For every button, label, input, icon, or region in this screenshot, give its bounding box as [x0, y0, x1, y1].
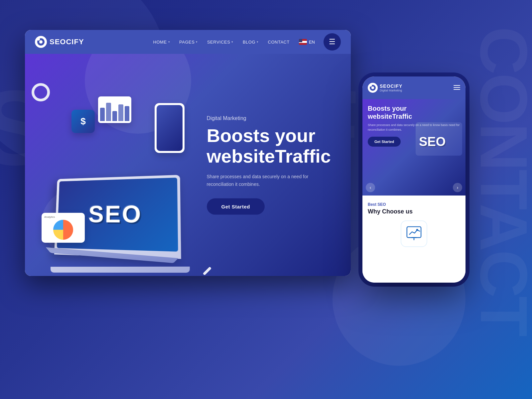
desktop-nav: SEOCIFY HOME ▾ PAGES ▾ SERVICES ▾ BLOG ▾…: [25, 30, 351, 54]
nav-link-contact[interactable]: CONTACT: [268, 40, 290, 45]
floating-phone: [155, 103, 185, 153]
nav-link-services[interactable]: SERVICES ▾: [207, 40, 233, 45]
mobile-menu-icon[interactable]: [454, 84, 460, 91]
floating-magnifier: [32, 83, 58, 110]
nav-link-pages[interactable]: PAGES ▾: [179, 40, 198, 45]
svg-rect-10: [454, 89, 460, 90]
desktop-mockup: SEOCIFY HOME ▾ PAGES ▾ SERVICES ▾ BLOG ▾…: [25, 30, 351, 276]
desktop-nav-links: HOME ▾ PAGES ▾ SERVICES ▾ BLOG ▾ CONTACT: [153, 38, 334, 46]
hamburger-lines-icon: [454, 85, 460, 90]
mobile-hero-title: Boosts your websiteTraffic: [368, 104, 460, 120]
svg-point-14: [416, 229, 418, 231]
mobile-hero-content: Boosts your websiteTraffic Share process…: [362, 99, 466, 152]
magnifier-handle: [203, 267, 212, 276]
svg-rect-11: [407, 227, 421, 238]
mobile-hero-cta-button[interactable]: Get Started: [368, 137, 401, 147]
bar-2: [106, 103, 111, 121]
hero-cta-button[interactable]: Get Started: [207, 198, 265, 214]
seo-illustration: SEO Analytics $: [32, 83, 211, 276]
laptop-base: [51, 267, 190, 273]
monitor-chart-icon: [406, 225, 422, 242]
svg-rect-9: [454, 87, 460, 88]
mobile-hero: Boosts your websiteTraffic Share process…: [362, 99, 466, 196]
hero-content: Digital Marketing Boosts your websiteTra…: [207, 115, 331, 215]
hamburger-icon: ☰: [329, 38, 335, 46]
mobile-logo-subtitle: Digital Marketing: [380, 89, 402, 92]
pages-chevron-icon: ▾: [196, 40, 198, 44]
mobile-logo-icon: [368, 83, 378, 93]
language-label: EN: [309, 40, 315, 45]
hero-description: Share processes and data securely on a n…: [207, 173, 313, 188]
floating-dollar: $: [71, 110, 95, 133]
pie-chart-icon: [53, 220, 73, 240]
desktop-hero: SEO Analytics $: [25, 54, 351, 276]
mobile-why-section: Best SEO Why Choose us: [362, 196, 466, 283]
desktop-logo[interactable]: SEOCIFY: [35, 36, 84, 48]
bar-1: [100, 108, 105, 121]
mobile-logo-name: SEOCIFY: [380, 83, 402, 89]
mobile-hero-description: Share processes and data securely on a n…: [368, 123, 460, 132]
phone-screen-mini: [157, 105, 183, 151]
hero-subtitle: Digital Marketing: [207, 115, 331, 121]
floating-bar-chart: [98, 96, 131, 123]
home-chevron-icon: ▾: [168, 40, 170, 44]
seo-3d-text: SEO: [88, 200, 142, 228]
mobile-mockup: SEOCIFY Digital Marketing Boosts your we…: [362, 76, 466, 283]
bar-3: [112, 111, 117, 121]
logo-text: SEOCIFY: [50, 38, 84, 46]
svg-point-7: [370, 84, 372, 87]
hero-title: Boosts your websiteTraffic: [207, 125, 331, 166]
logo-icon: [35, 36, 47, 48]
next-arrow-button[interactable]: ›: [453, 183, 462, 192]
bar-4: [118, 104, 123, 121]
hamburger-menu-button[interactable]: ☰: [324, 33, 341, 51]
svg-point-2: [39, 40, 43, 44]
mobile-hero-arrows: ‹ ›: [362, 183, 466, 192]
mobile-section-title: Why Choose us: [368, 208, 460, 215]
mobile-section-label: Best SEO: [368, 202, 460, 207]
blog-chevron-icon: ▾: [257, 40, 259, 44]
monitor-icon-box: [401, 220, 427, 247]
nav-link-home[interactable]: HOME ▾: [153, 40, 170, 45]
services-chevron-icon: ▾: [231, 40, 233, 44]
bg-text-contact: CONTACT: [466, 27, 532, 335]
mobile-logo-text: SEOCIFY Digital Marketing: [380, 83, 402, 92]
bar-5: [125, 106, 129, 121]
nav-link-blog[interactable]: BLOG ▾: [243, 40, 259, 45]
svg-rect-8: [454, 85, 460, 86]
svg-point-6: [371, 86, 374, 89]
svg-point-3: [37, 38, 40, 41]
floating-chart: Analytics: [42, 213, 85, 243]
magnifier-circle: [32, 83, 50, 101]
chart-label: Analytics: [44, 215, 82, 218]
flag-icon: [299, 39, 307, 45]
dollar-icon: $: [80, 116, 86, 127]
mobile-nav: SEOCIFY Digital Marketing: [362, 76, 466, 99]
language-selector[interactable]: EN: [299, 39, 315, 45]
mobile-logo[interactable]: SEOCIFY Digital Marketing: [368, 83, 402, 93]
prev-arrow-button[interactable]: ‹: [366, 183, 375, 192]
